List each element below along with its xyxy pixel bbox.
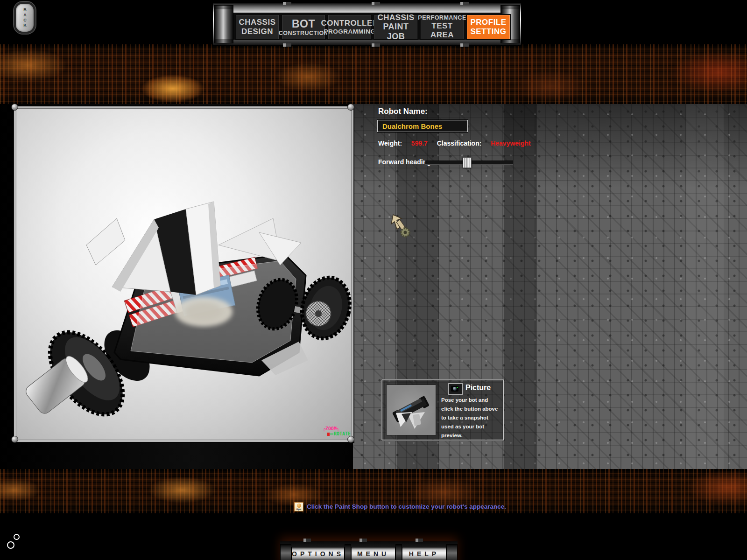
robot-name-label: Robot Name: (378, 107, 428, 116)
back-button-label: BACK (23, 7, 27, 28)
tips-icon-caption: tips (295, 508, 303, 511)
zoom-label: ZOOM (323, 427, 351, 431)
back-button[interactable]: BACK (14, 2, 35, 34)
bar-end-cap (446, 544, 458, 560)
nav-tabs: CHASSIS DESIGN BOT CONSTRUCTION CONTROLL… (235, 14, 511, 40)
classification-value: Heavyweight (491, 140, 531, 147)
tab-chassis-paint-job[interactable]: CHASSIS PAINT JOB (374, 14, 418, 40)
mouse-cursor-icon (390, 214, 412, 238)
picture-panel: Picture Pose your bot and click the butt… (381, 379, 504, 441)
forward-heading-label: Forward heading: (378, 158, 433, 166)
take-snapshot-button[interactable] (448, 383, 463, 395)
picture-panel-description: Pose your bot and click the button above… (441, 396, 500, 440)
tab-controller-programming[interactable]: CONTROLLER PROGRAMMING (327, 14, 372, 40)
options-button[interactable]: OPTIONS (291, 547, 345, 560)
circuit-light-strip (686, 104, 724, 470)
frame-bolt-icon (347, 104, 354, 111)
nav-end-cap-left (214, 5, 233, 43)
rotate-green-dash (330, 434, 333, 434)
tab-profile-setting[interactable]: PROFILE SETTING (466, 14, 511, 40)
bot-3d-model (16, 108, 352, 440)
bar-end-cap (280, 544, 291, 560)
help-button[interactable]: HELP (402, 547, 446, 560)
weight-classification-row: Weight: 599.7 Classification: Heavyweigh… (378, 140, 531, 147)
top-navigation-bar: CHASSIS DESIGN BOT CONSTRUCTION CONTROLL… (212, 3, 521, 46)
bot-thumbnail-image (387, 385, 436, 435)
bottom-button-bar: OPTIONS MENU HELP (280, 541, 458, 560)
bot-preview-thumbnail (386, 385, 436, 435)
frame-bolt-icon (347, 436, 354, 443)
rotate-red-marker (327, 433, 330, 436)
rotate-indicator: ROTATE (327, 432, 351, 436)
robot-name-input[interactable] (377, 120, 468, 132)
classification-label: Classification: (437, 140, 482, 147)
bot-3d-viewport[interactable]: ZOOM ROTATE (14, 106, 353, 442)
camera-icon (451, 386, 458, 392)
deco-circle (14, 534, 20, 540)
circuit-texture-top-band (0, 44, 747, 105)
rotate-label: ROTATE (334, 432, 351, 436)
circuit-shade-strip (504, 104, 537, 470)
tab-bot-construction[interactable]: BOT CONSTRUCTION (281, 14, 326, 40)
viewport-zoom-rotate-control[interactable]: ZOOM ROTATE (323, 427, 351, 436)
tab-chassis-design[interactable]: CHASSIS DESIGN (235, 14, 280, 40)
tab-performance-test-area[interactable]: PERFORMANCE TEST AREA (420, 14, 465, 40)
picture-panel-title: Picture (465, 384, 491, 392)
weight-value: 599.7 (411, 140, 428, 147)
tips-lightbulb-icon: tips (294, 502, 303, 511)
bar-joint (345, 544, 351, 560)
frame-bolt-icon (11, 436, 18, 443)
bar-joint (395, 544, 402, 560)
forward-heading-slider-thumb[interactable] (463, 157, 472, 168)
menu-button[interactable]: MENU (351, 547, 395, 560)
profile-setting-screen: BACK CHASSIS DESIGN BOT CONSTRUCTION CON… (0, 0, 747, 560)
deco-circle (7, 541, 14, 549)
weight-label: Weight: (378, 140, 402, 147)
frame-bolt-icon (11, 104, 18, 111)
paint-shop-tip-text: Click the Paint Shop button to customize… (307, 503, 506, 510)
